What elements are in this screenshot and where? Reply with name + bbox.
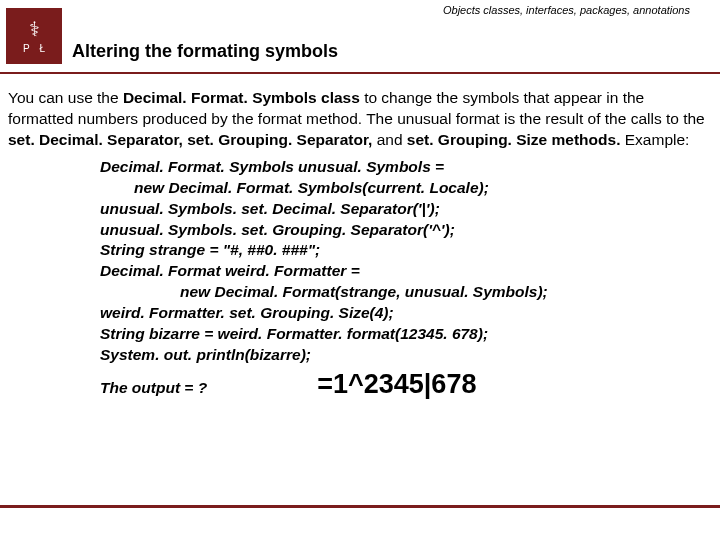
header-subtitle: Objects classes, interfaces, packages, a… xyxy=(443,4,690,16)
code-line-5: String strange = "#, ##0. ###"; xyxy=(100,240,712,261)
logo-letters: P Ł xyxy=(23,43,45,54)
intro-b3: set. Grouping. Size methods. xyxy=(407,131,621,148)
code-line-1: Decimal. Format. Symbols unusual. Symbol… xyxy=(100,157,712,178)
slide-title: Altering the formating symbols xyxy=(72,41,720,62)
code-block: Decimal. Format. Symbols unusual. Symbol… xyxy=(100,157,712,403)
intro-t3: and xyxy=(372,131,406,148)
code-line-8: weird. Formatter. set. Grouping. Size(4)… xyxy=(100,303,712,324)
code-line-9: String bizarre = weird. Formatter. forma… xyxy=(100,324,712,345)
code-line-4: unusual. Symbols. set. Grouping. Separat… xyxy=(100,220,712,241)
intro-b2: set. Decimal. Separator, set. Grouping. … xyxy=(8,131,372,148)
code-line-7: new Decimal. Format(strange, unusual. Sy… xyxy=(180,282,712,303)
intro-t1: You can use the xyxy=(8,89,123,106)
footer-line xyxy=(0,505,720,508)
intro-paragraph: You can use the Decimal. Format. Symbols… xyxy=(8,88,712,151)
code-line-3: unusual. Symbols. set. Decimal. Separato… xyxy=(100,199,712,220)
university-logo: ⚕ P Ł xyxy=(6,8,62,64)
code-line-2: new Decimal. Format. Symbols(current. Lo… xyxy=(134,178,712,199)
intro-t4: Example: xyxy=(620,131,689,148)
code-line-6: Decimal. Format weird. Formatter = xyxy=(100,261,712,282)
title-area: Objects classes, interfaces, packages, a… xyxy=(72,0,720,72)
logo-letter-2: Ł xyxy=(40,43,46,54)
logo-emblem-icon: ⚕ xyxy=(29,19,40,39)
logo-letter-1: P xyxy=(23,43,30,54)
intro-b1: Decimal. Format. Symbols class xyxy=(123,89,360,106)
code-line-10: System. out. println(bizarre); xyxy=(100,345,712,366)
output-row: The output = ? =1^2345|678 xyxy=(100,366,712,402)
output-value: =1^2345|678 xyxy=(317,366,476,402)
slide-content: You can use the Decimal. Format. Symbols… xyxy=(0,74,720,402)
output-label: The output = ? xyxy=(100,378,207,399)
slide-header: ⚕ P Ł Objects classes, interfaces, packa… xyxy=(0,0,720,74)
